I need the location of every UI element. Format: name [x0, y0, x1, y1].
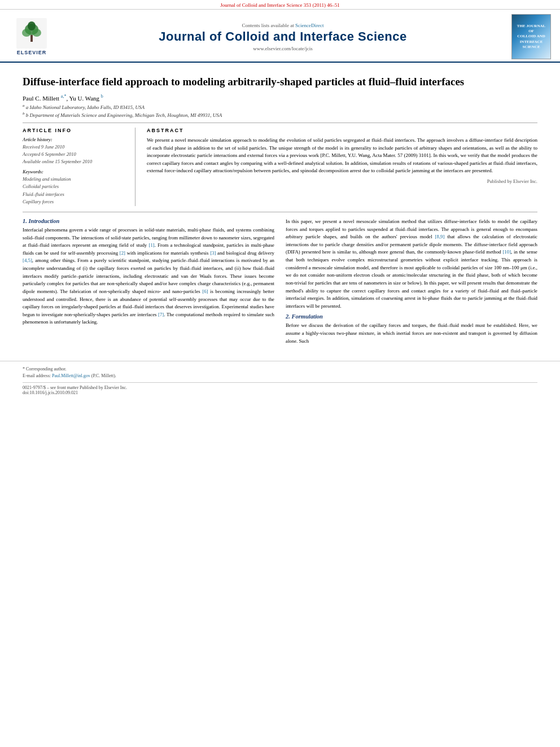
formulation-text: Before we discuss the derivation of the … [286, 322, 537, 345]
received-date: Received 9 June 2010 Accepted 6 Septembe… [23, 143, 126, 165]
corresponding-note: * Corresponding author. E-mail address: … [23, 366, 537, 378]
abstract-text: We present a novel mesoscale simulation … [147, 137, 537, 175]
elsevier-label: ELSEVIER [17, 50, 47, 55]
svg-rect-4 [30, 35, 33, 42]
divider-2 [23, 212, 537, 212]
svg-point-3 [32, 29, 41, 37]
article-info-heading: ARTICLE INFO [23, 128, 126, 133]
main-content: Diffuse-interface field approach to mode… [0, 63, 560, 355]
sciencedirect-link[interactable]: ScienceDirect [295, 23, 323, 28]
journal-citation: Journal of Colloid and Interface Science… [220, 2, 340, 8]
divider-1 [23, 123, 537, 123]
article-title: Diffuse-interface field approach to mode… [23, 75, 537, 89]
affiliation-b: b b Department of Materials Science and … [23, 111, 537, 118]
journal-title: Journal of Colloid and Interface Science [54, 29, 511, 44]
keywords-label: Keywords: [23, 169, 126, 174]
page: Journal of Colloid and Interface Science… [0, 0, 560, 747]
footer: * Corresponding author. E-mail address: … [0, 361, 560, 399]
journal-thumbnail: THE JOURNAL OFCOLLOID ANDINTERFACESCIENC… [511, 14, 551, 59]
abstract-heading: ABSTRACT [147, 128, 537, 133]
article-info-box: ARTICLE INFO Article history: Received 9… [23, 128, 135, 206]
elsevier-logo-box: ELSEVIER [9, 18, 54, 55]
info-abstract-section: ARTICLE INFO Article history: Received 9… [23, 128, 537, 206]
intro-heading: 1. Introduction [23, 218, 274, 224]
published-by: Published by Elsevier Inc. [147, 178, 537, 184]
body-right-col: In this paper, we present a novel mesosc… [286, 218, 537, 348]
intro-paragraph: Interfacial phenomena govern a wide rang… [23, 226, 274, 326]
journal-center: Contents lists available at ScienceDirec… [54, 23, 511, 51]
affiliation-a: a a Idaho National Laboratory, Idaho Fal… [23, 103, 537, 110]
contents-line: Contents lists available at ScienceDirec… [54, 23, 511, 28]
journal-url: www.elsevier.com/locate/jcis [54, 46, 511, 51]
body-left-col: 1. Introduction Interfacial phenomena go… [23, 218, 274, 348]
authors-line: Paul C. Millett a,*, Yu U. Wang b [23, 94, 537, 102]
history-label: Article history: [23, 137, 126, 142]
intro-right-paragraph: In this paper, we present a novel mesosc… [286, 218, 537, 311]
footer-issn-doi: 0021-9797/$ – see front matter Published… [23, 382, 537, 395]
svg-point-2 [22, 29, 31, 37]
keywords-list: Modeling and simulation Colloidal partic… [23, 176, 126, 206]
elsevier-tree-icon [16, 18, 47, 49]
svg-point-5 [28, 21, 36, 30]
journal-citation-bar: Journal of Colloid and Interface Science… [0, 0, 560, 10]
abstract-section: ABSTRACT We present a novel mesoscale si… [147, 128, 537, 206]
formulation-heading: 2. Formulation [286, 313, 537, 320]
body-two-column: 1. Introduction Interfacial phenomena go… [23, 218, 537, 348]
journal-header: ELSEVIER Contents lists available at Sci… [0, 10, 560, 63]
